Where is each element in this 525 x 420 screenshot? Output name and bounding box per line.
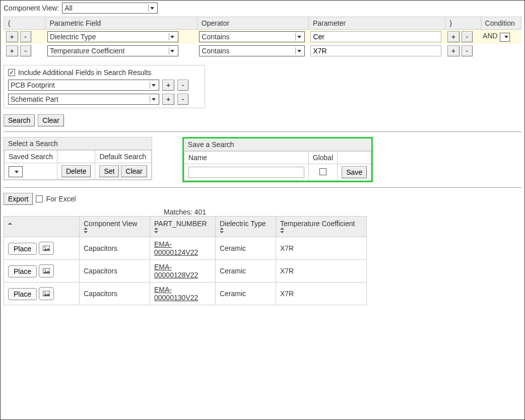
sort-icon xyxy=(154,229,159,234)
open-paren-add-button[interactable]: + xyxy=(6,45,18,56)
image-icon xyxy=(43,268,50,274)
cell-component-view: Capacitors xyxy=(80,260,150,283)
select-search-table: Saved Search Default Search Delete Set xyxy=(4,150,152,180)
saved-search-spacer xyxy=(57,151,95,163)
close-paren-remove-button[interactable]: - xyxy=(462,45,473,56)
sort-icon xyxy=(280,229,285,234)
results-header-component-view[interactable]: Component View xyxy=(80,217,150,237)
component-view-select[interactable]: All xyxy=(62,3,158,14)
query-table: ( Parametric Field Operator Parameter ) … xyxy=(4,17,521,58)
component-view-label: Component View: xyxy=(4,4,59,12)
additional-field-add-button[interactable]: + xyxy=(162,94,174,105)
for-excel-label: For Excel xyxy=(46,195,76,203)
default-search-label: Default Search xyxy=(95,151,151,163)
header-open-paren: ( xyxy=(4,17,45,30)
place-button[interactable]: Place xyxy=(8,265,37,277)
parameter-input[interactable] xyxy=(310,45,441,56)
part-number-link[interactable]: EMA-00000130V22 xyxy=(154,286,198,302)
cell-component-view: Capacitors xyxy=(80,283,150,305)
export-button[interactable]: Export xyxy=(4,193,33,205)
chevron-down-icon xyxy=(169,33,176,40)
image-icon xyxy=(43,245,50,251)
matches-label: Matches: 401 xyxy=(4,208,366,216)
preview-image-button[interactable] xyxy=(39,264,54,277)
divider-2 xyxy=(4,187,521,188)
operator-select[interactable]: Contains xyxy=(199,45,305,56)
results-header-dielectric-type[interactable]: Dielectric Type xyxy=(216,217,276,237)
default-clear-button[interactable]: Clear xyxy=(121,165,147,177)
chevron-down-icon xyxy=(150,82,157,89)
operator-value: Contains xyxy=(202,33,229,41)
operator-value: Contains xyxy=(202,47,229,55)
results-header-temp-coeff[interactable]: Temperature Coefficient xyxy=(276,217,367,237)
additional-field-remove-button[interactable]: - xyxy=(177,80,188,91)
chevron-down-icon xyxy=(169,47,176,54)
preview-image-button[interactable] xyxy=(39,242,54,255)
header-close-paren: ) xyxy=(445,17,481,30)
chevron-down-icon xyxy=(148,5,155,12)
param-field-select[interactable]: Dielectric Type xyxy=(47,31,178,42)
close-paren-add-button[interactable]: + xyxy=(447,45,460,56)
component-view-value: All xyxy=(64,4,73,12)
place-button[interactable]: Place xyxy=(8,243,37,255)
clear-button[interactable]: Clear xyxy=(38,114,63,126)
svg-point-5 xyxy=(44,292,45,293)
open-paren-add-button[interactable]: + xyxy=(6,31,18,42)
condition-select[interactable] xyxy=(500,33,510,42)
operator-select[interactable]: Contains xyxy=(199,31,305,42)
additional-field-select[interactable]: Schematic Part xyxy=(8,94,159,105)
sort-icon xyxy=(8,221,13,226)
image-icon xyxy=(43,291,50,297)
results-header-row: Component View PART_NUMBER Dielectric Ty… xyxy=(4,217,367,237)
sort-icon xyxy=(220,229,225,234)
save-search-title: Save a Search xyxy=(184,138,371,151)
save-action-label xyxy=(338,152,371,164)
chevron-down-icon xyxy=(504,34,508,41)
delete-button[interactable]: Delete xyxy=(61,165,91,177)
results-row: Place Capacitors EMA-00000130V22 Ceramic… xyxy=(4,283,367,305)
additional-field-add-button[interactable]: + xyxy=(162,80,174,91)
saved-search-select[interactable] xyxy=(9,166,23,177)
cell-component-view: Capacitors xyxy=(80,237,150,260)
preview-image-button[interactable] xyxy=(39,287,54,300)
part-number-link[interactable]: EMA-00000128V22 xyxy=(154,263,198,279)
for-excel-checkbox[interactable] xyxy=(36,195,43,202)
set-button[interactable]: Set xyxy=(99,165,119,177)
results-header-actions[interactable] xyxy=(4,217,80,237)
component-view-row: Component View: All xyxy=(4,3,521,14)
close-paren-add-button[interactable]: + xyxy=(447,31,460,42)
open-paren-remove-button[interactable]: - xyxy=(20,31,31,42)
parameter-input[interactable] xyxy=(310,31,441,42)
chevron-down-icon xyxy=(13,168,20,175)
open-paren-remove-button[interactable]: - xyxy=(20,45,31,56)
svg-point-3 xyxy=(44,269,45,270)
results-header-part-number[interactable]: PART_NUMBER xyxy=(150,217,216,237)
save-name-input[interactable] xyxy=(188,167,304,178)
chevron-down-icon xyxy=(295,47,302,54)
header-parameter: Parameter xyxy=(308,17,445,30)
search-button[interactable]: Search xyxy=(4,114,35,126)
save-button[interactable]: Save xyxy=(342,166,367,178)
svg-point-1 xyxy=(44,247,45,248)
close-paren-remove-button[interactable]: - xyxy=(462,31,473,42)
include-additional-label: Include Additional Fields in Search Resu… xyxy=(18,68,152,77)
additional-field-select[interactable]: PCB Footprint xyxy=(8,80,159,91)
divider-1 xyxy=(4,131,521,132)
save-global-checkbox[interactable] xyxy=(319,168,326,175)
additional-field-remove-button[interactable]: - xyxy=(177,94,188,105)
place-button[interactable]: Place xyxy=(8,288,37,300)
save-search-panel: Save a Search Name Global Save xyxy=(182,137,373,182)
save-global-label: Global xyxy=(308,152,337,164)
additional-field-row: PCB Footprint + - xyxy=(8,80,201,91)
header-operator: Operator xyxy=(197,17,308,30)
saved-search-label: Saved Search xyxy=(5,151,57,163)
include-additional-checkbox[interactable] xyxy=(8,69,15,76)
cell-dielectric-type: Ceramic xyxy=(216,237,276,260)
search-panels: Select a Search Saved Search Default Sea… xyxy=(4,137,521,182)
part-number-link[interactable]: EMA-00000124V22 xyxy=(154,240,198,256)
param-field-select[interactable]: Temperature Coefficient xyxy=(47,45,178,56)
results-table: Component View PART_NUMBER Dielectric Ty… xyxy=(4,216,367,305)
sort-icon xyxy=(84,229,89,234)
cell-temp-coeff: X7R xyxy=(276,260,367,283)
save-name-label: Name xyxy=(184,152,308,164)
